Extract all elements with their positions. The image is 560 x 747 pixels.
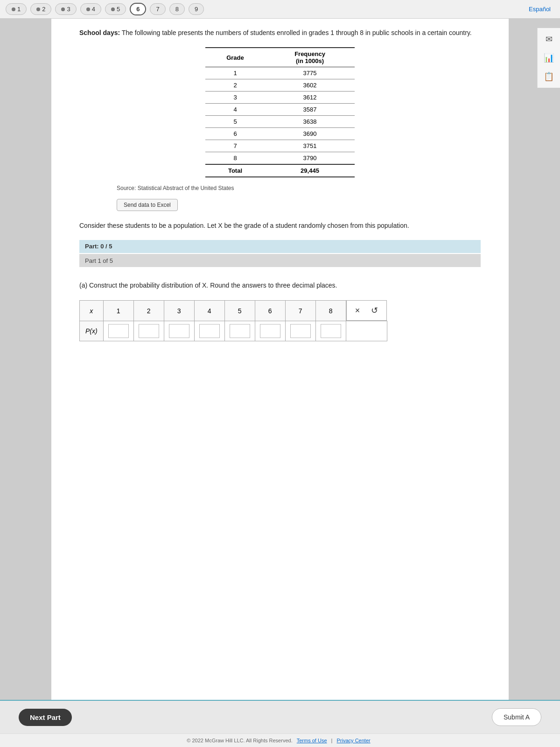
page-wrapper: School days: The following table present… <box>0 19 560 747</box>
question-section: (a) Construct the probability distributi… <box>79 276 481 354</box>
frequency-cell-8: 3790 <box>265 152 355 165</box>
problem-desc-content: The following table presents the numbers… <box>122 29 472 36</box>
x-val-8: 8 <box>315 300 346 321</box>
px-input-3-cell <box>164 321 194 341</box>
px-input-4[interactable] <box>199 324 220 338</box>
px-input-8[interactable] <box>321 324 341 338</box>
tab-1[interactable]: 1 <box>6 3 27 15</box>
frequency-cell-3: 3612 <box>265 92 355 104</box>
px-input-5-cell <box>224 321 255 341</box>
grade-cell-5: 5 <box>205 116 265 128</box>
send-excel-button[interactable]: Send data to Excel <box>117 199 178 211</box>
part-info-bar: Part 1 of 5 <box>79 254 481 267</box>
part-progress-label: Part: 0 / 5 <box>79 240 481 253</box>
x-val-2: 2 <box>133 300 164 321</box>
px-input-7-cell <box>285 321 315 341</box>
footer-privacy-link[interactable]: Privacy Center <box>337 738 371 743</box>
grade-cell-4: 4 <box>205 104 265 116</box>
action-header-cell: × ↺ <box>346 300 387 321</box>
px-input-6-cell <box>255 321 285 341</box>
grade-cell-1: 1 <box>205 67 265 79</box>
table-row: 43587 <box>205 104 355 116</box>
table-row: 63690 <box>205 128 355 140</box>
px-input-5[interactable] <box>230 324 250 338</box>
x-button[interactable]: × <box>351 304 364 317</box>
total-label: Total <box>205 164 265 177</box>
submit-button[interactable]: Submit A <box>492 708 541 726</box>
total-value: 29,445 <box>265 164 355 177</box>
frequency-col-header: Frequency (in 1000s) <box>265 48 355 67</box>
doc-icon[interactable]: 📋 <box>541 69 556 84</box>
x-val-5: 5 <box>224 300 255 321</box>
grade-cell-2: 2 <box>205 79 265 92</box>
tab-dot-2 <box>36 7 40 11</box>
px-input-1-cell <box>103 321 133 341</box>
sidebar-icons: ✉ 📊 📋 <box>537 28 560 88</box>
espanol-button[interactable]: Español <box>525 4 554 14</box>
tab-5[interactable]: 5 <box>105 3 126 15</box>
problem-description: School days: The following table present… <box>79 28 481 38</box>
frequency-cell-2: 3602 <box>265 79 355 92</box>
grade-col-header: Grade <box>205 48 265 67</box>
tab-label-2: 2 <box>42 6 45 13</box>
content-card: School days: The following table present… <box>51 19 509 700</box>
px-input-8-cell <box>315 321 346 341</box>
next-part-button[interactable]: Next Part <box>19 709 72 726</box>
tab-dot-4 <box>86 7 90 11</box>
tab-dot-3 <box>61 7 65 11</box>
px-input-3[interactable] <box>169 324 189 338</box>
px-input-2[interactable] <box>139 324 159 338</box>
grade-cell-8: 8 <box>205 152 265 165</box>
probability-table-container: x 1 2 3 4 5 6 7 8 × ↺ <box>79 300 481 342</box>
px-input-2-cell <box>133 321 164 341</box>
tab-label-6: 6 <box>136 6 140 13</box>
frequency-table: Grade Frequency (in 1000s) 1377523602336… <box>205 47 355 177</box>
undo-button[interactable]: ↺ <box>367 303 382 317</box>
tab-2[interactable]: 2 <box>30 3 51 15</box>
x-val-7: 7 <box>285 300 315 321</box>
px-action-cell <box>346 321 387 341</box>
tab-4[interactable]: 4 <box>80 3 101 15</box>
px-input-7[interactable] <box>290 324 311 338</box>
px-input-1[interactable] <box>108 324 129 338</box>
frequency-cell-5: 3638 <box>265 116 355 128</box>
footer: © 2022 McGraw Hill LLC. All Rights Reser… <box>0 733 560 747</box>
tab-dot-1 <box>12 7 15 11</box>
tab-3[interactable]: 3 <box>55 3 76 15</box>
x-val-1: 1 <box>103 300 133 321</box>
grade-cell-3: 3 <box>205 92 265 104</box>
x-val-4: 4 <box>194 300 224 321</box>
footer-terms-link[interactable]: Terms of Use <box>297 738 327 743</box>
tab-8[interactable]: 8 <box>169 3 185 15</box>
frequency-cell-6: 3690 <box>265 128 355 140</box>
tab-6[interactable]: 6 <box>130 3 146 15</box>
table-row: 33612 <box>205 92 355 104</box>
tab-label-3: 3 <box>67 6 70 13</box>
footer-copyright: © 2022 McGraw Hill LLC. All Rights Reser… <box>187 738 292 743</box>
px-row-label: P(x) <box>80 321 104 341</box>
frequency-cell-1: 3775 <box>265 67 355 79</box>
px-input-6[interactable] <box>260 324 280 338</box>
tab-label-1: 1 <box>17 6 21 13</box>
top-navigation-bar: 1 2 3 4 5 6 7 8 9 Español <box>0 0 560 19</box>
chart-icon[interactable]: 📊 <box>541 50 556 65</box>
grade-cell-7: 7 <box>205 140 265 152</box>
tab-7[interactable]: 7 <box>150 3 165 15</box>
tab-9[interactable]: 9 <box>189 3 204 15</box>
bottom-action-bar: Next Part Submit A <box>0 700 560 733</box>
x-val-3: 3 <box>164 300 194 321</box>
source-text: Source: Statistical Abstract of the Unit… <box>117 185 481 191</box>
x-val-6: 6 <box>255 300 285 321</box>
table-row: 13775 <box>205 67 355 79</box>
px-input-4-cell <box>194 321 224 341</box>
table-row: 23602 <box>205 79 355 92</box>
frequency-cell-7: 3751 <box>265 140 355 152</box>
probability-table: x 1 2 3 4 5 6 7 8 × ↺ <box>79 300 387 342</box>
tab-label-7: 7 <box>156 6 159 13</box>
table-row: 83790 <box>205 152 355 165</box>
tab-label-4: 4 <box>92 6 95 13</box>
part-progress-bar: Part: 0 / 5 <box>79 240 481 253</box>
tab-label-8: 8 <box>175 6 179 13</box>
mail-icon[interactable]: ✉ <box>541 32 556 47</box>
table-row: 53638 <box>205 116 355 128</box>
